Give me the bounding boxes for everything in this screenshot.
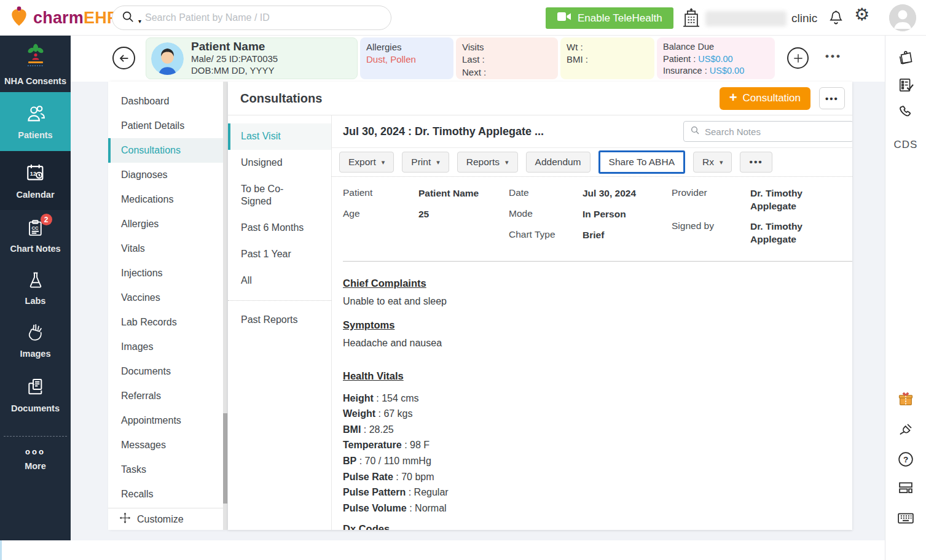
menu-item-lab-records[interactable]: Lab Records xyxy=(108,310,227,335)
brand-logo[interactable]: charmEHR xyxy=(9,5,119,31)
svg-text:?: ? xyxy=(903,455,908,464)
sidebar-item-calendar[interactable]: 12 Calendar xyxy=(0,151,71,210)
patient-summary-cards: Patient Name Male/ 25 ID:PAT0035 DOB:MM … xyxy=(146,37,775,79)
visits-next: Next : xyxy=(462,66,552,79)
menu-item-appointments[interactable]: Appointments xyxy=(108,408,227,433)
consultations-title: Consultations xyxy=(240,91,322,106)
menu-item-allergies[interactable]: Allergies xyxy=(108,212,227,236)
dx-codes-title: Dx Codes xyxy=(343,523,852,530)
visits-title: Visits xyxy=(462,41,552,53)
sidebar-item-more[interactable]: ooo More xyxy=(0,439,71,478)
filter-past-reports[interactable]: Past Reports xyxy=(228,307,331,333)
details-column-visit: DateJul 30, 2024 ModeIn Person Chart Typ… xyxy=(509,187,672,254)
filter-to-be-co-signed[interactable]: To be Co-Signed xyxy=(228,176,331,216)
chevron-down-icon: ▾ xyxy=(382,158,385,166)
rx-button[interactable]: Rx▾ xyxy=(693,152,732,173)
nha-emblem-icon xyxy=(23,42,48,71)
menu-item-patient-details[interactable]: Patient Details xyxy=(108,114,227,138)
filter-past-6-months[interactable]: Past 6 Months xyxy=(228,215,331,241)
toolbar-more-options-icon[interactable]: ••• xyxy=(740,152,772,173)
symptoms-title: Symptoms xyxy=(343,319,852,331)
patient-search[interactable]: ▾ xyxy=(112,6,391,30)
filter-unsigned[interactable]: Unsigned xyxy=(228,150,331,176)
vital-pulse-pattern: Pulse Pattern : Regular xyxy=(343,484,852,500)
settings-gear-icon[interactable]: ⚙ xyxy=(854,6,869,23)
symptoms-text: Headache and nausea xyxy=(343,338,852,349)
menu-item-dashboard[interactable]: Dashboard xyxy=(108,89,227,114)
patient-search-input[interactable] xyxy=(145,12,382,23)
allergies-value: Dust, Pollen xyxy=(366,53,447,66)
patient-identity-card[interactable]: Patient Name Male/ 25 ID:PAT0035 DOB:MM … xyxy=(146,37,358,79)
customize-menu-button[interactable]: Customize xyxy=(108,508,223,530)
gift-icon[interactable] xyxy=(885,391,926,408)
filter-past-1-year[interactable]: Past 1 Year xyxy=(228,241,331,268)
sidebar-item-images[interactable]: Images xyxy=(0,314,71,367)
search-icon xyxy=(690,125,700,138)
keyboard-icon[interactable] xyxy=(885,510,926,527)
menu-item-medications[interactable]: Medications xyxy=(108,187,227,212)
export-button[interactable]: Export▾ xyxy=(339,152,394,173)
menu-scrollbar-thumb[interactable] xyxy=(223,413,227,504)
sidebar-item-documents[interactable]: Documents xyxy=(0,367,71,424)
search-scope-caret-icon[interactable]: ▾ xyxy=(138,18,141,25)
layout-panels-icon[interactable] xyxy=(885,479,926,496)
back-button[interactable] xyxy=(112,47,135,69)
detail-provider-value: Dr. Timothy Applegate xyxy=(750,187,846,213)
help-icon[interactable]: ? xyxy=(885,451,926,468)
phone-icon[interactable] xyxy=(885,104,926,122)
sidebar-item-chart-notes[interactable]: CC 2 Chart Notes xyxy=(0,210,71,262)
weight-bmi-card[interactable]: Wt : BMI : xyxy=(560,37,654,79)
filter-all[interactable]: All xyxy=(228,268,331,294)
menu-item-injections[interactable]: Injections xyxy=(108,261,227,286)
menu-scrollbar[interactable] xyxy=(223,82,227,530)
brand-name: charmEHR xyxy=(33,9,119,28)
banner-more-options-icon[interactable]: ••• xyxy=(825,50,842,63)
cds-button[interactable]: CDS xyxy=(885,139,926,151)
new-consultation-button[interactable]: + Consultation xyxy=(720,87,810,110)
reports-button[interactable]: Reports▾ xyxy=(457,152,518,173)
menu-item-documents[interactable]: Documents xyxy=(108,359,227,384)
clinic-selector[interactable]: clinic xyxy=(682,7,817,29)
enable-telehealth-button[interactable]: Enable TeleHealth xyxy=(546,7,673,29)
menu-item-tasks[interactable]: Tasks xyxy=(108,457,227,482)
menu-item-messages[interactable]: Messages xyxy=(108,433,227,457)
plug-integrations-icon[interactable] xyxy=(885,421,926,438)
menu-item-vaccines[interactable]: Vaccines xyxy=(108,286,227,310)
sidebar-item-patients[interactable]: Patients xyxy=(0,92,71,151)
detail-age-value: 25 xyxy=(418,208,429,221)
allergies-card[interactable]: Allergies Dust, Pollen xyxy=(360,37,453,79)
search-icon[interactable] xyxy=(121,10,135,26)
filter-last-visit[interactable]: Last Visit xyxy=(228,123,331,150)
menu-item-images[interactable]: Images xyxy=(108,335,227,359)
print-button[interactable]: Print▾ xyxy=(402,152,449,173)
sidebar-item-nha-consents[interactable]: NHA Consents xyxy=(0,36,71,92)
video-camera-icon xyxy=(557,11,571,25)
vital-bmi: BMI : 28.25 xyxy=(343,422,852,438)
consultations-panel: Consultations + Consultation ••• Last Vi… xyxy=(228,82,852,530)
menu-item-vitals[interactable]: Vitals xyxy=(108,236,227,261)
user-avatar[interactable] xyxy=(889,4,916,31)
clinic-label: clinic xyxy=(791,12,817,25)
heart-logo-icon xyxy=(9,5,29,31)
details-column-provider: ProviderDr. Timothy Applegate Signed byD… xyxy=(672,187,852,254)
menu-item-referrals[interactable]: Referrals xyxy=(108,384,227,408)
note-search[interactable] xyxy=(683,121,852,142)
share-to-abha-button[interactable]: Share To ABHA xyxy=(598,150,685,174)
vital-temperature: Temperature : 98 F xyxy=(343,437,852,453)
menu-item-consultations[interactable]: Consultations xyxy=(108,138,227,163)
notifications-bell-icon[interactable] xyxy=(828,10,844,28)
sidebar-divider xyxy=(4,436,67,437)
visits-card[interactable]: Visits Last : Next : xyxy=(456,37,558,79)
menu-item-diagnoses[interactable]: Diagnoses xyxy=(108,163,227,187)
sticky-note-pin-icon[interactable] xyxy=(885,49,926,67)
addendum-button[interactable]: Addendum xyxy=(526,152,591,173)
consultations-more-options-icon[interactable]: ••• xyxy=(819,87,845,109)
chief-complaints-title: Chief Complaints xyxy=(343,278,852,289)
note-search-input[interactable] xyxy=(705,126,847,137)
menu-item-recalls[interactable]: Recalls xyxy=(108,482,227,507)
balance-due-card[interactable]: Balance Due Patient : US$0.00 Insurance … xyxy=(657,37,775,79)
banner-add-button[interactable] xyxy=(787,47,809,69)
sidebar-item-labs[interactable]: Labs xyxy=(0,262,71,314)
xray-hand-icon xyxy=(26,322,45,344)
checklist-form-icon[interactable] xyxy=(885,76,926,94)
